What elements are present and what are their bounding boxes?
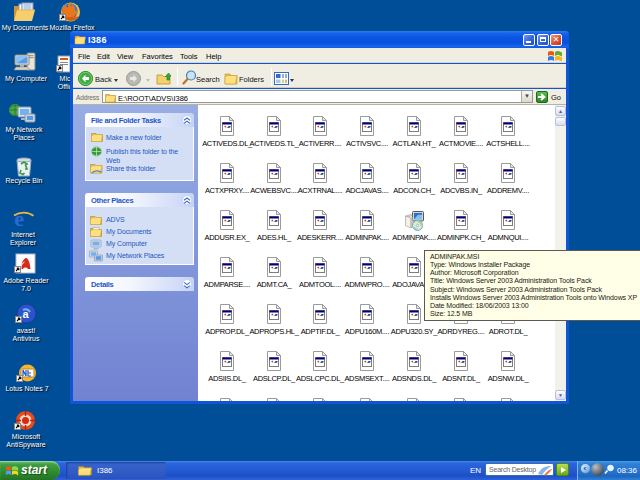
svg-text:e: e [14,207,24,230]
svg-text:a: a [23,308,30,320]
